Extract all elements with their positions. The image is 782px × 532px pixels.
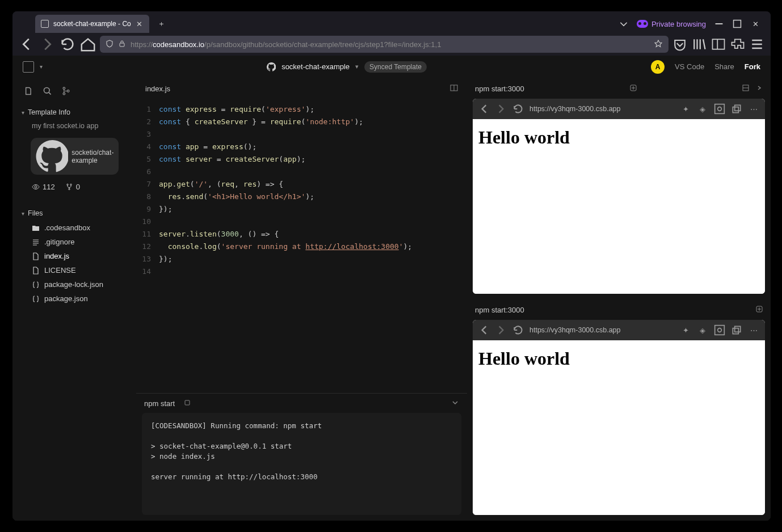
devtools-icon-2[interactable] — [714, 324, 725, 336]
private-browsing-badge: Private browsing — [637, 20, 706, 28]
lock-icon[interactable] — [118, 40, 126, 49]
close-tab-icon[interactable]: ✕ — [136, 20, 144, 28]
devtools-icon[interactable] — [714, 103, 725, 115]
preview-back-icon-2[interactable] — [478, 324, 490, 336]
svg-point-5 — [63, 93, 65, 95]
files-header[interactable]: ▾Files — [19, 206, 129, 221]
add-preview-icon-2[interactable] — [756, 306, 763, 314]
preview-reload-icon[interactable] — [512, 103, 524, 115]
preview-forward-icon[interactable] — [495, 103, 507, 115]
target-icon[interactable]: ◈ — [697, 103, 708, 115]
library-icon[interactable] — [691, 36, 707, 52]
template-info-header[interactable]: ▾Template Info — [19, 105, 129, 120]
close-window-icon[interactable]: ✕ — [750, 19, 760, 29]
git-icon[interactable] — [61, 86, 71, 96]
svg-rect-17 — [733, 107, 738, 113]
shield-icon[interactable] — [106, 40, 113, 49]
terminal-output[interactable]: [CODESANDBOX] Running command: npm start… — [142, 413, 461, 515]
preview-url-1[interactable]: https://vy3hqm-3000.csb.app — [529, 105, 674, 113]
preview-url-2[interactable]: https://vy3hqm-3000.csb.app — [529, 326, 674, 334]
layout-icon[interactable] — [742, 85, 749, 93]
app-menu-caret[interactable]: ▾ — [40, 64, 43, 70]
forks-stat: 0 — [65, 183, 80, 191]
sparkle-icon[interactable]: ✦ — [680, 103, 691, 115]
svg-rect-0 — [734, 20, 741, 28]
project-name[interactable]: socket-chat-example — [281, 62, 350, 71]
pocket-icon[interactable] — [672, 36, 688, 52]
svg-rect-18 — [735, 105, 741, 111]
new-tab-button[interactable]: ＋ — [154, 16, 170, 32]
terminal-tab[interactable]: npm start — [144, 399, 175, 408]
file-LICENSE[interactable]: LICENSE — [19, 263, 129, 277]
mask-icon — [637, 20, 648, 28]
svg-point-21 — [718, 328, 722, 332]
file-index.js[interactable]: index.js — [19, 249, 129, 263]
split-editor-icon[interactable] — [450, 84, 458, 94]
svg-point-16 — [718, 107, 722, 111]
preview-more-icon-2[interactable]: ⋯ — [748, 324, 759, 336]
browser-tab[interactable]: socket-chat-example - Co ✕ — [35, 15, 149, 33]
bookmark-icon[interactable] — [654, 39, 663, 50]
svg-rect-20 — [715, 326, 725, 335]
editor-pane: index.js 1234567891011121314 const expre… — [136, 78, 467, 521]
terminal-stop-icon[interactable] — [184, 399, 191, 408]
editor-tab[interactable]: index.js — [145, 85, 170, 93]
extensions-icon[interactable] — [730, 36, 746, 52]
file-.codesandbox[interactable]: .codesandbox — [19, 221, 129, 235]
terminal-collapse-icon[interactable] — [451, 399, 459, 408]
home-button[interactable] — [79, 36, 96, 53]
open-external-icon[interactable] — [731, 103, 742, 115]
project-caret-icon[interactable]: ▾ — [355, 63, 359, 70]
terminal-pane: npm start [CODESANDBOX] Running command:… — [136, 393, 467, 521]
preview-reload-icon-2[interactable] — [512, 324, 524, 336]
app-header: ▾ socket-chat-example ▾ Synced Template … — [12, 56, 771, 78]
reload-button[interactable] — [59, 36, 76, 53]
maximize-icon[interactable] — [732, 19, 742, 29]
fork-button[interactable]: Fork — [745, 62, 760, 71]
tab-overflow-icon[interactable] — [619, 19, 629, 29]
preview-back-icon[interactable] — [478, 103, 490, 115]
app-menu-button[interactable] — [23, 61, 34, 73]
svg-point-4 — [63, 87, 65, 90]
svg-rect-23 — [735, 326, 741, 332]
browser-tab-strip: socket-chat-example - Co ✕ ＋ Private bro… — [12, 11, 771, 33]
menu-icon[interactable] — [749, 36, 765, 52]
tab-title: socket-chat-example - Co — [53, 20, 131, 28]
search-icon[interactable] — [43, 86, 52, 96]
preview-tab-2[interactable]: npm start:3000 — [475, 306, 524, 314]
target-icon-2[interactable]: ◈ — [697, 324, 708, 336]
code-editor[interactable]: 1234567891011121314 const express = requ… — [136, 99, 467, 393]
file-icon — [32, 252, 40, 260]
open-external-icon-2[interactable] — [731, 324, 742, 336]
vscode-link[interactable]: VS Code — [675, 62, 704, 71]
file-package-lock.json[interactable]: package-lock.json — [19, 277, 129, 292]
repo-pill[interactable]: socketio/chat-example — [31, 138, 119, 175]
sparkle-icon-2[interactable]: ✦ — [680, 324, 691, 336]
preview-more-icon[interactable]: ⋯ — [748, 103, 759, 115]
preview-forward-icon-2[interactable] — [495, 324, 507, 336]
svg-point-8 — [67, 184, 68, 185]
svg-rect-15 — [715, 104, 725, 114]
avatar[interactable]: A — [651, 60, 665, 74]
lines-icon — [32, 238, 40, 246]
svg-point-9 — [70, 184, 72, 185]
expand-icon[interactable] — [756, 85, 763, 93]
file-.gitignore[interactable]: .gitignore — [19, 235, 129, 249]
minimize-icon[interactable] — [714, 19, 724, 29]
add-preview-icon[interactable] — [630, 85, 637, 93]
forward-button[interactable] — [39, 36, 56, 53]
back-button[interactable] — [18, 36, 35, 53]
file-package.json[interactable]: package.json — [19, 292, 129, 306]
preview-content-1[interactable]: Hello world — [473, 119, 765, 294]
synced-badge: Synced Template — [364, 61, 427, 73]
preview-content-2[interactable]: Hello world — [473, 340, 765, 515]
sidebar: ▾Template Info my first socket.io app so… — [12, 78, 136, 521]
explorer-icon[interactable] — [24, 86, 33, 96]
sidebar-icon[interactable] — [710, 36, 726, 52]
folder-icon — [32, 224, 40, 232]
url-field[interactable]: https://codesandbox.io/p/sandbox/github/… — [100, 36, 669, 53]
preview-tab-1[interactable]: npm start:3000 — [475, 85, 524, 93]
svg-point-3 — [44, 87, 49, 93]
share-link[interactable]: Share — [714, 62, 734, 71]
braces-icon — [32, 295, 40, 303]
